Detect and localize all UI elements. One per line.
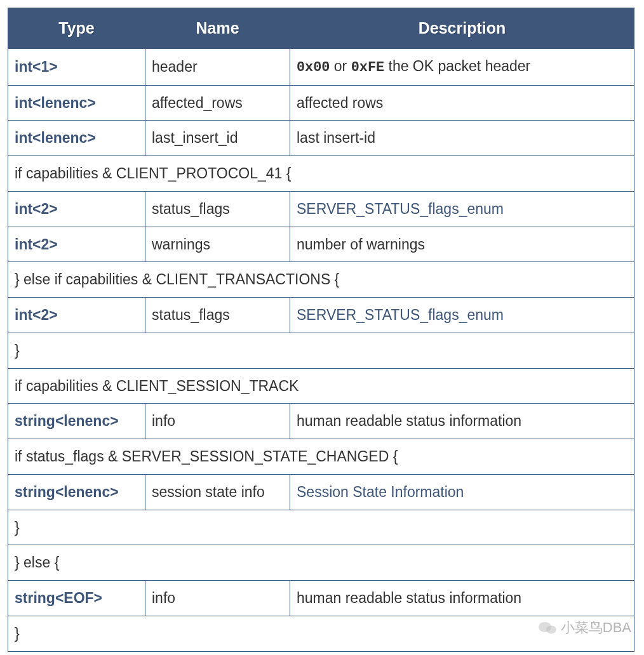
type-link[interactable]: int<lenenc> — [15, 95, 96, 111]
table-row: int<2>status_flagsSERVER_STATUS_flags_en… — [8, 298, 634, 333]
type-cell: string<EOF> — [8, 581, 145, 616]
code-literal: 0xFE — [351, 60, 384, 76]
description-cell: human readable status information — [290, 581, 634, 616]
conditional-row: } — [8, 333, 634, 368]
name-cell: status_flags — [145, 191, 290, 227]
description-text: number of warnings — [297, 236, 425, 253]
description-text: human readable status information — [297, 413, 521, 429]
conditional-row: if status_flags & SERVER_SESSION_STATE_C… — [8, 439, 634, 475]
conditional-row: } else if capabilities & CLIENT_TRANSACT… — [8, 262, 634, 298]
name-cell: info — [145, 404, 290, 439]
type-cell: string<lenenc> — [8, 404, 145, 439]
table-row: if capabilities & CLIENT_SESSION_TRACK — [8, 368, 634, 404]
type-cell: string<lenenc> — [8, 474, 145, 510]
table-row: } — [8, 510, 634, 545]
table-row: } else if capabilities & CLIENT_TRANSACT… — [8, 262, 634, 298]
table-row: string<lenenc>session state infoSession … — [8, 474, 634, 510]
description-cell: human readable status information — [290, 404, 634, 439]
table-row: string<lenenc>infohuman readable status … — [8, 404, 634, 439]
table-row: string<EOF>infohuman readable status inf… — [8, 581, 634, 616]
name-cell: affected_rows — [145, 85, 290, 121]
type-link[interactable]: string<lenenc> — [15, 413, 119, 429]
table-row: } else { — [8, 545, 634, 581]
description-link[interactable]: SERVER_STATUS_flags_enum — [297, 201, 504, 217]
type-cell: int<lenenc> — [8, 85, 145, 121]
conditional-row: if capabilities & CLIENT_PROTOCOL_41 { — [8, 156, 634, 192]
type-link[interactable]: int<2> — [15, 236, 58, 253]
table-row: if status_flags & SERVER_SESSION_STATE_C… — [8, 439, 634, 475]
name-cell: last_insert_id — [145, 121, 290, 156]
description-cell: last insert-id — [290, 121, 634, 156]
table-row: int<2>warningsnumber of warnings — [8, 227, 634, 262]
table-row: } — [8, 333, 634, 368]
type-link[interactable]: int<1> — [15, 58, 58, 75]
name-cell: warnings — [145, 227, 290, 262]
description-text: affected rows — [297, 95, 383, 111]
name-cell: status_flags — [145, 298, 290, 333]
type-link[interactable]: int<lenenc> — [15, 129, 96, 146]
description-text: or — [330, 58, 351, 74]
table-row: } — [8, 616, 634, 651]
type-cell: int<2> — [8, 191, 145, 227]
type-cell: int<2> — [8, 227, 145, 262]
name-cell: session state info — [145, 474, 290, 510]
type-link[interactable]: string<lenenc> — [15, 484, 119, 500]
description-link[interactable]: Session State Information — [297, 484, 464, 500]
table-row: int<1>header0x00 or 0xFE the OK packet h… — [8, 49, 634, 85]
type-link[interactable]: int<2> — [15, 307, 58, 323]
description-link[interactable]: SERVER_STATUS_flags_enum — [297, 307, 504, 323]
description-cell: SERVER_STATUS_flags_enum — [290, 191, 634, 227]
description-cell: Session State Information — [290, 474, 634, 510]
table-header-row: Type Name Description — [8, 8, 634, 49]
code-literal: 0x00 — [297, 60, 330, 76]
col-header-type: Type — [8, 8, 145, 49]
col-header-desc: Description — [290, 8, 634, 49]
table-row: int<2>status_flagsSERVER_STATUS_flags_en… — [8, 191, 634, 227]
name-cell: header — [145, 49, 290, 85]
type-cell: int<2> — [8, 298, 145, 333]
table-row: int<lenenc>last_insert_idlast insert-id — [8, 121, 634, 156]
conditional-row: } — [8, 510, 634, 545]
description-cell: number of warnings — [290, 227, 634, 262]
table-row: int<lenenc>affected_rowsaffected rows — [8, 85, 634, 121]
description-cell: affected rows — [290, 85, 634, 121]
packet-payload-table: Type Name Description int<1>header0x00 o… — [8, 8, 634, 652]
description-cell: SERVER_STATUS_flags_enum — [290, 298, 634, 333]
description-text: the OK packet header — [384, 58, 530, 74]
conditional-row: if capabilities & CLIENT_SESSION_TRACK — [8, 368, 634, 404]
name-cell: info — [145, 581, 290, 616]
type-link[interactable]: int<2> — [15, 201, 58, 217]
description-cell: 0x00 or 0xFE the OK packet header — [290, 49, 634, 85]
type-link[interactable]: string<EOF> — [15, 590, 102, 606]
conditional-row: } else { — [8, 545, 634, 581]
description-text: last insert-id — [297, 129, 375, 146]
table-row: if capabilities & CLIENT_PROTOCOL_41 { — [8, 156, 634, 192]
type-cell: int<1> — [8, 49, 145, 85]
conditional-row: } — [8, 616, 634, 651]
description-text: human readable status information — [297, 590, 521, 606]
type-cell: int<lenenc> — [8, 121, 145, 156]
col-header-name: Name — [145, 8, 290, 49]
